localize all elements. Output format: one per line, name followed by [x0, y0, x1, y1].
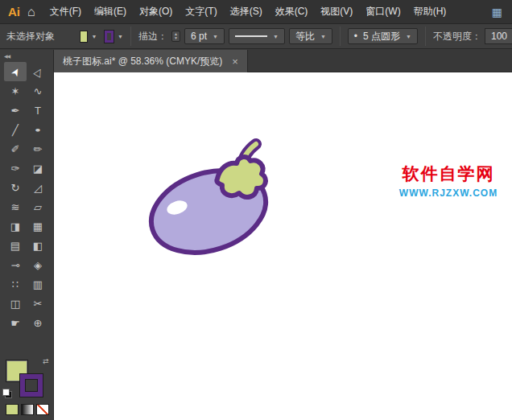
- stroke-weight-value: 6 pt: [191, 31, 207, 42]
- document-tab[interactable]: 桃子图标.ai* @ 58.36% (CMYK/预览) ×: [54, 50, 248, 72]
- artboard-icon: ◫: [10, 298, 20, 310]
- stroke-dropdown-icon[interactable]: ▼: [118, 34, 123, 39]
- eggplant-calyx[interactable]: [217, 157, 266, 197]
- artboard-canvas: 软件自学网 WWW.RJZXW.COM: [54, 72, 512, 420]
- perspective-grid-icon: ▦: [33, 220, 43, 233]
- direct-selection-tool[interactable]: ▷: [27, 62, 49, 81]
- brush-definition-select[interactable]: • 5 点圆形 ▼: [348, 28, 418, 44]
- blend-icon: ◈: [34, 259, 42, 271]
- type-icon: T: [35, 105, 41, 117]
- stroke-color-swatch[interactable]: [105, 31, 114, 43]
- ellipse-icon: ●: [35, 126, 41, 133]
- scale-tool[interactable]: ◿: [27, 178, 49, 197]
- menu-object[interactable]: 对象(O): [133, 1, 179, 23]
- stepper-down-icon[interactable]: ▼: [174, 36, 178, 40]
- slice-icon: ✂: [34, 298, 43, 310]
- mesh-tool[interactable]: ▤: [4, 236, 27, 255]
- slice-tool[interactable]: ✂: [27, 294, 49, 313]
- fill-stroke-controls: ⇄: [6, 360, 49, 401]
- type-tool[interactable]: T: [27, 101, 49, 120]
- brush-name: 5 点圆形: [363, 30, 400, 43]
- width-profile-select[interactable]: 等比 ▼: [289, 28, 332, 44]
- artboard-tool[interactable]: ◫: [4, 294, 27, 313]
- eraser-tool[interactable]: ◪: [27, 159, 49, 178]
- stroke-weight-select[interactable]: 6 pt ▼: [184, 28, 225, 44]
- line-segment-tool[interactable]: ╱: [4, 120, 27, 139]
- rotate-tool[interactable]: ↻: [4, 178, 27, 197]
- fill-dropdown-icon[interactable]: ▼: [92, 34, 97, 39]
- lasso-icon: ∿: [34, 85, 43, 97]
- chevron-down-icon: ▼: [213, 34, 218, 39]
- home-icon[interactable]: ⌂: [26, 5, 43, 19]
- menu-edit[interactable]: 编辑(E): [88, 1, 133, 23]
- shape-builder-tool[interactable]: ◨: [4, 216, 27, 236]
- swap-fill-stroke-icon[interactable]: ⇄: [43, 357, 49, 365]
- zoom-tool[interactable]: ⊕: [27, 313, 49, 332]
- workspace-switcher-icon[interactable]: ▦: [492, 6, 507, 19]
- zoom-icon: ⊕: [34, 317, 43, 329]
- column-graph-icon: ▥: [33, 278, 43, 290]
- free-transform-tool[interactable]: ▱: [27, 197, 49, 216]
- lasso-tool[interactable]: ∿: [27, 81, 49, 101]
- stroke-weight-stepper[interactable]: ▲ ▼: [171, 31, 180, 42]
- tools-grid: ➤ ▷ ✶ ∿ ✒ T ╱ ● ✐ ✏ ✑ ◪ ↻ ◿ ≋ ▱ ◨ ▦ ▤ ◧ …: [0, 62, 53, 332]
- separator: [340, 27, 341, 46]
- control-bar: 未选择对象 ▼ ▼ 描边： ▲ ▼ 6 pt ▼ ▼ 等比 ▼ • 5 点圆形 …: [0, 24, 512, 49]
- separator: [130, 27, 131, 46]
- menu-help[interactable]: 帮助(H): [407, 1, 453, 23]
- paintbrush-tool[interactable]: ✐: [4, 139, 27, 159]
- opacity-label: 不透明度：: [433, 30, 481, 43]
- tools-panel: ◀◀ ➤ ▷ ✶ ∿ ✒ T ╱ ● ✐ ✏ ✑ ◪ ↻ ◿ ≋ ▱ ◨ ▦ ▤…: [0, 50, 54, 420]
- menu-effect[interactable]: 效果(C): [269, 1, 315, 23]
- menu-type[interactable]: 文字(T): [179, 1, 223, 23]
- selection-icon: ➤: [8, 65, 23, 79]
- none-mode-button[interactable]: [36, 404, 49, 415]
- color-mode-button[interactable]: [6, 404, 19, 415]
- chevron-down-icon: ▼: [273, 34, 279, 39]
- app-logo: Ai: [5, 5, 26, 19]
- column-graph-tool[interactable]: ▥: [27, 274, 49, 294]
- hand-tool[interactable]: ☛: [4, 313, 27, 332]
- menu-select[interactable]: 选择(S): [224, 1, 269, 23]
- menu-file[interactable]: 文件(F): [43, 1, 88, 23]
- stroke-style-select[interactable]: ▼: [229, 28, 285, 44]
- gradient-tool[interactable]: ◧: [27, 236, 49, 255]
- blob-brush-icon: ✑: [11, 163, 20, 175]
- pen-tool[interactable]: ✒: [4, 101, 27, 120]
- fill-color-swatch[interactable]: [80, 31, 88, 43]
- menu-bar: Ai ⌂ 文件(F) 编辑(E) 对象(O) 文字(T) 选择(S) 效果(C)…: [0, 0, 512, 24]
- scale-icon: ◿: [34, 182, 42, 194]
- pen-icon: ✒: [11, 105, 20, 117]
- ellipse-tool[interactable]: ●: [27, 120, 49, 139]
- blend-tool[interactable]: ◈: [27, 255, 49, 274]
- magic-wand-icon: ✶: [11, 85, 20, 97]
- menu-view[interactable]: 视图(V): [314, 1, 359, 23]
- symbol-sprayer-tool[interactable]: ∷: [4, 274, 27, 294]
- magic-wand-tool[interactable]: ✶: [4, 81, 27, 101]
- gradient-mode-button[interactable]: [21, 404, 34, 415]
- line-segment-icon: ╱: [12, 124, 19, 136]
- selection-tool[interactable]: ➤: [4, 62, 27, 81]
- stroke-color-control[interactable]: [20, 374, 43, 397]
- default-fill-stroke-icon[interactable]: [2, 389, 12, 398]
- eyedropper-tool[interactable]: ⊸: [4, 255, 27, 274]
- direct-selection-icon: ▷: [31, 65, 45, 78]
- selection-status: 未选择对象: [6, 30, 55, 43]
- mesh-icon: ▤: [10, 240, 20, 252]
- blob-brush-tool[interactable]: ✑: [4, 159, 27, 178]
- close-icon[interactable]: ×: [232, 56, 238, 67]
- pencil-tool[interactable]: ✏: [27, 139, 49, 159]
- menu-window[interactable]: 窗口(W): [359, 1, 407, 23]
- chevron-down-icon: ▼: [406, 34, 411, 39]
- width-tool[interactable]: ≋: [4, 197, 27, 216]
- eggplant-artwork[interactable]: [142, 137, 344, 298]
- chevron-down-icon: ▼: [320, 34, 326, 39]
- paint-mode-buttons: [6, 404, 49, 415]
- brush-preview-icon: •: [354, 31, 357, 42]
- tools-panel-collapse[interactable]: ◀◀: [0, 50, 53, 62]
- opacity-value-field[interactable]: 100: [485, 28, 512, 44]
- watermark-url: WWW.RJZXW.COM: [382, 187, 512, 199]
- perspective-grid-tool[interactable]: ▦: [27, 216, 49, 236]
- stroke-style-preview-icon: [235, 35, 267, 37]
- free-transform-icon: ▱: [34, 201, 42, 213]
